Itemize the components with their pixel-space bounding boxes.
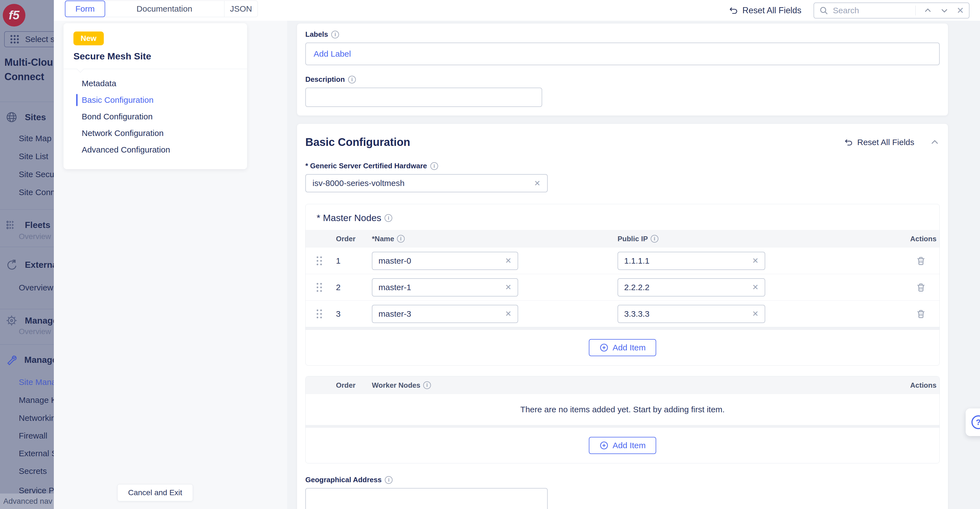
external-connections-icon (6, 258, 18, 271)
sidebar-item-external-overview[interactable]: Overview (19, 283, 54, 292)
sidebar-item-site-management[interactable]: Site Mana (19, 377, 54, 387)
public-ip-input[interactable]: 1.1.1.1 ✕ (617, 252, 765, 270)
help-button[interactable]: ? (966, 408, 980, 436)
form-section-nav: Metadata Basic Configuration Bond Config… (64, 75, 247, 158)
sidebar-item-fleets-overview[interactable]: Overview (19, 232, 54, 241)
cancel-and-exit-button[interactable]: Cancel and Exit (117, 484, 193, 501)
info-icon[interactable]: i (651, 235, 659, 243)
clear-icon[interactable]: ✕ (752, 283, 759, 292)
clear-icon[interactable]: ✕ (752, 309, 759, 318)
info-icon[interactable]: i (385, 214, 392, 222)
question-mark-icon: ? (972, 415, 980, 429)
clear-icon[interactable]: ✕ (505, 256, 512, 265)
sidebar-item-managed-overview[interactable]: Overview (19, 327, 54, 336)
sidebar-item-fleets[interactable]: Fleets (0, 218, 54, 232)
order-number: 2 (336, 283, 372, 292)
tab-form[interactable]: Form (65, 0, 105, 17)
collapse-chevron-up-icon[interactable] (930, 137, 940, 147)
sidebar-item-sites[interactable]: Sites (0, 110, 54, 124)
clear-icon[interactable]: ✕ (752, 256, 759, 265)
worker-nodes-header-row: Order Worker Nodes i Actions (305, 377, 939, 394)
globe-icon (6, 111, 18, 123)
app-sidebar: f5 Select se Multi-Clou Connect Sites Si… (0, 0, 54, 509)
section-reset-all-fields-button[interactable]: Reset All Fields (844, 137, 914, 147)
sidebar-item-managed-k8s[interactable]: Managed (0, 313, 54, 328)
divider (0, 344, 54, 345)
sidebar-item-firewall[interactable]: Firewall (19, 431, 54, 440)
worker-nodes-add-item-button[interactable]: Add Item (589, 437, 656, 454)
hardware-field-label: * Generic Server Certified Hardware i (305, 162, 940, 170)
search-box: ✕ (813, 3, 969, 19)
clear-icon[interactable]: ✕ (534, 179, 541, 188)
grid-icon (9, 34, 20, 45)
form-topbar: Form Documentation JSON Reset All Fields… (54, 0, 980, 21)
master-nodes-add-item-button[interactable]: Add Item (589, 339, 656, 356)
reset-all-fields-button[interactable]: Reset All Fields (729, 6, 802, 16)
nav-item-basic-configuration[interactable]: Basic Configuration (82, 92, 247, 109)
sidebar-item-site-map[interactable]: Site Map (19, 134, 54, 143)
sidebar-item-site-connectivity[interactable]: Site Conn (19, 188, 54, 197)
form-main-area: Labels i Add Label Description i Basic C… (287, 21, 980, 509)
description-input[interactable] (305, 88, 542, 107)
form-nav-card: New Secure Mesh Site Metadata Basic Conf… (64, 23, 247, 169)
clear-icon[interactable]: ✕ (505, 283, 512, 292)
nav-item-metadata[interactable]: Metadata (82, 75, 247, 92)
chevron-down-icon[interactable] (940, 6, 949, 15)
labels-field-label: Labels i (305, 30, 940, 39)
add-label-button[interactable]: Add Label (313, 49, 351, 59)
name-input[interactable]: master-3 ✕ (372, 305, 518, 323)
nav-item-bond-configuration[interactable]: Bond Configuration (82, 109, 247, 125)
sidebar-item-site-security[interactable]: Site Secur (19, 170, 54, 179)
trash-icon[interactable] (916, 309, 926, 319)
divider (915, 6, 916, 16)
tab-documentation[interactable]: Documentation (105, 0, 224, 17)
sidebar-item-external-services[interactable]: External S (19, 449, 54, 458)
info-icon[interactable]: i (348, 76, 356, 83)
sidebar-item-manage[interactable]: Manage (0, 353, 54, 367)
namespace-title: Multi-Clou Connect (5, 55, 53, 84)
sidebar-item-networking[interactable]: Networkin (19, 413, 54, 423)
info-icon[interactable]: i (430, 162, 438, 170)
wrench-icon (6, 354, 17, 365)
chevron-up-icon[interactable] (923, 6, 932, 15)
trash-icon[interactable] (916, 255, 926, 266)
divider (0, 102, 54, 102)
public-ip-input[interactable]: 2.2.2.2 ✕ (617, 278, 765, 297)
order-number: 1 (336, 256, 372, 266)
public-ip-input[interactable]: 3.3.3.3 ✕ (617, 305, 765, 323)
master-node-row: 1 master-0 ✕ 1.1.1.1 ✕ (305, 247, 939, 274)
hardware-select[interactable]: isv-8000-series-voltmesh ✕ (305, 174, 548, 192)
labels-input[interactable]: Add Label (305, 43, 940, 65)
close-icon[interactable]: ✕ (956, 5, 964, 16)
name-input[interactable]: master-1 ✕ (372, 278, 518, 297)
new-badge: New (73, 32, 104, 45)
column-order: Order (336, 381, 372, 389)
divider (0, 309, 54, 309)
tab-json[interactable]: JSON (224, 0, 258, 17)
worker-nodes-box: Order Worker Nodes i Actions There are n… (305, 376, 940, 463)
basic-configuration-card: Basic Configuration Reset All Fields * G… (297, 123, 948, 509)
clear-icon[interactable]: ✕ (505, 309, 512, 318)
drag-handle[interactable] (317, 310, 322, 318)
info-icon[interactable]: i (423, 381, 431, 389)
select-service-button[interactable]: Select se (4, 31, 54, 47)
nav-item-advanced-configuration[interactable]: Advanced Configuration (82, 142, 247, 158)
sidebar-item-external[interactable]: External (0, 257, 54, 272)
drag-handle[interactable] (317, 283, 322, 292)
column-public-ip: Public IP i (617, 235, 910, 243)
drag-handle[interactable] (317, 257, 322, 265)
geo-address-input[interactable] (305, 488, 548, 509)
info-icon[interactable]: i (385, 476, 393, 484)
sidebar-item-site-list[interactable]: Site List (19, 152, 54, 161)
sidebar-item-secrets[interactable]: Secrets (19, 466, 54, 476)
info-icon[interactable]: i (397, 235, 405, 243)
nav-item-network-configuration[interactable]: Network Configuration (82, 125, 247, 142)
advanced-nav-options[interactable]: Advanced nav o (0, 493, 54, 509)
trash-icon[interactable] (916, 282, 926, 293)
search-input[interactable] (833, 6, 911, 15)
info-icon[interactable]: i (331, 31, 339, 38)
master-node-row: 3 master-3 ✕ 3.3.3.3 ✕ (305, 301, 939, 327)
master-nodes-header-row: Order *Name i Public IP i Actions (305, 230, 939, 247)
sidebar-item-manage-k8s[interactable]: Manage K (19, 396, 54, 405)
name-input[interactable]: master-0 ✕ (372, 252, 518, 270)
